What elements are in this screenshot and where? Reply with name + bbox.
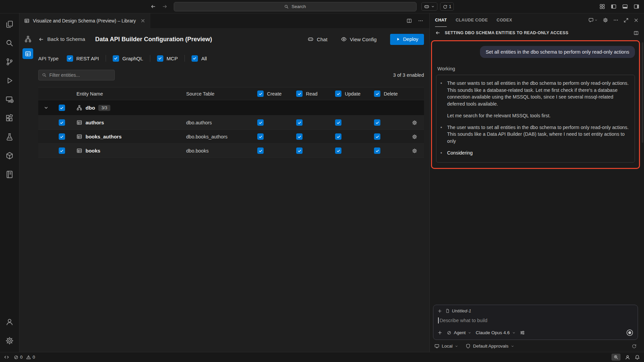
attach-icon[interactable] [437, 330, 442, 335]
sync-status-button[interactable]: 1 [440, 2, 454, 11]
tab-visualize-design-schema[interactable]: Visualize and Design Schema (Preview) – … [19, 13, 150, 28]
activity-extensions[interactable] [0, 109, 19, 127]
checkbox-delete[interactable] [374, 133, 380, 140]
command-center-search[interactable]: Search [174, 2, 417, 11]
activity-source-control[interactable] [0, 52, 19, 71]
deploy-button[interactable]: Deploy [390, 34, 424, 45]
checkbox-rest-api[interactable] [67, 55, 73, 62]
checkbox-update[interactable] [335, 119, 341, 126]
view-config-button[interactable]: View Config [341, 36, 377, 42]
chat-input-box[interactable]: Untitled-1 Describe what to build Agent [433, 305, 638, 340]
model-picker[interactable]: Claude Opus 4.6 [476, 330, 515, 335]
chevron-down-icon[interactable] [44, 105, 49, 110]
checkbox-update[interactable] [335, 133, 341, 140]
mode-picker[interactable]: Agent [447, 330, 471, 335]
comment-icon [588, 17, 594, 23]
checkbox-all[interactable] [192, 55, 198, 62]
status-right [611, 354, 640, 361]
checkbox-create[interactable] [257, 133, 264, 140]
prompt-input-row[interactable]: Describe what to build [438, 317, 634, 323]
forward-arrow-icon[interactable] [162, 4, 168, 9]
checkbox-read[interactable] [296, 133, 303, 140]
activity-testing[interactable] [0, 127, 19, 146]
table-row[interactable]: books dbo.books [38, 144, 424, 158]
remote-indicator[interactable] [4, 355, 9, 360]
api-config-view-button[interactable] [22, 48, 33, 59]
zoom-status-button[interactable] [611, 354, 621, 361]
open-session-editor-icon[interactable] [634, 31, 639, 36]
chat-more-icon[interactable] [613, 17, 619, 23]
problems-indicator[interactable]: 0 0 [14, 355, 35, 360]
customize-layout-icon[interactable] [599, 4, 605, 9]
checkbox-create[interactable] [257, 119, 264, 126]
new-chat-button[interactable] [588, 17, 598, 23]
context-file-chip[interactable]: Untitled-1 [445, 308, 471, 313]
entity-settings-gear-icon[interactable] [412, 120, 417, 125]
add-context-icon[interactable] [437, 309, 442, 313]
notifications-button[interactable] [635, 355, 640, 360]
checkbox-entity[interactable] [59, 119, 65, 126]
toggle-sidebar-right-icon[interactable] [634, 4, 639, 9]
checkbox-mcp[interactable] [157, 55, 163, 62]
tools-sliders-icon[interactable] [520, 330, 525, 335]
close-tab-icon[interactable] [141, 18, 145, 23]
session-refresh-button[interactable] [632, 344, 637, 349]
activity-remote-explorer[interactable] [0, 90, 19, 109]
activity-sql-projects[interactable] [0, 165, 19, 184]
chat-settings-gear-icon[interactable] [603, 17, 608, 23]
api-option-rest[interactable]: REST API [67, 55, 99, 62]
copilot-menu-button[interactable] [421, 2, 437, 11]
close-panel-icon[interactable] [634, 18, 639, 23]
checkbox-entity[interactable] [59, 147, 65, 154]
activity-run-debug[interactable] [0, 71, 19, 90]
entity-settings-gear-icon[interactable] [412, 148, 417, 154]
more-actions-icon[interactable] [418, 18, 423, 23]
tab-codex[interactable]: CODEX [496, 13, 512, 27]
filter-entities-field[interactable] [38, 70, 115, 80]
toggle-sidebar-left-icon[interactable] [611, 4, 616, 9]
maximize-panel-icon[interactable] [624, 18, 629, 23]
schema-group-row[interactable]: dbo 3/3 [38, 100, 424, 116]
activity-accounts[interactable] [0, 312, 19, 331]
checkbox-delete[interactable] [374, 119, 380, 126]
back-arrow-icon[interactable] [150, 4, 156, 9]
checkbox-read[interactable] [296, 147, 303, 154]
checkbox-entity[interactable] [59, 133, 65, 140]
tab-claude-code[interactable]: CLAUDE CODE [455, 13, 488, 27]
entity-name: authors [86, 120, 104, 125]
checkbox-dbo-schema[interactable] [59, 105, 65, 111]
activity-database-projects[interactable] [0, 146, 19, 165]
filter-entities-input[interactable] [49, 72, 111, 78]
api-option-all[interactable]: All [192, 55, 207, 62]
chat-scrollbar[interactable] [642, 42, 643, 143]
checkbox-read-all[interactable] [296, 90, 303, 97]
table-row[interactable]: books_authors dbo.books_authors [38, 130, 424, 144]
split-editor-icon[interactable] [407, 18, 412, 23]
api-option-mcp[interactable]: MCP [157, 55, 178, 62]
schema-view-button[interactable] [22, 34, 33, 44]
entity-settings-gear-icon[interactable] [412, 134, 417, 139]
activity-settings[interactable] [0, 331, 19, 350]
chat-button[interactable]: Chat [308, 36, 327, 42]
api-option-graphql[interactable]: GraphQL [113, 55, 143, 62]
back-to-schema-link[interactable]: Back to Schema [38, 36, 85, 42]
toggle-panel-icon[interactable] [622, 4, 628, 9]
checkbox-update[interactable] [335, 147, 341, 154]
checkbox-graphql[interactable] [113, 55, 119, 62]
working-status: Working [437, 66, 635, 71]
send-voice-button[interactable] [626, 329, 634, 337]
table-row[interactable]: authors dbo.authors [38, 116, 424, 130]
checkbox-read[interactable] [296, 119, 303, 126]
tab-chat[interactable]: CHAT [435, 13, 447, 27]
accounts-status-button[interactable] [625, 355, 630, 360]
checkbox-delete-all[interactable] [374, 90, 380, 97]
checkbox-delete[interactable] [374, 147, 380, 154]
activity-explorer[interactable] [0, 15, 19, 34]
environment-picker[interactable]: Local [434, 344, 458, 349]
checkbox-create[interactable] [257, 147, 264, 154]
activity-search[interactable] [0, 34, 19, 52]
approvals-picker[interactable]: Default Approvals [466, 344, 514, 349]
checkbox-update-all[interactable] [335, 90, 341, 97]
checkbox-create-all[interactable] [257, 90, 264, 97]
session-back-icon[interactable] [435, 30, 440, 36]
